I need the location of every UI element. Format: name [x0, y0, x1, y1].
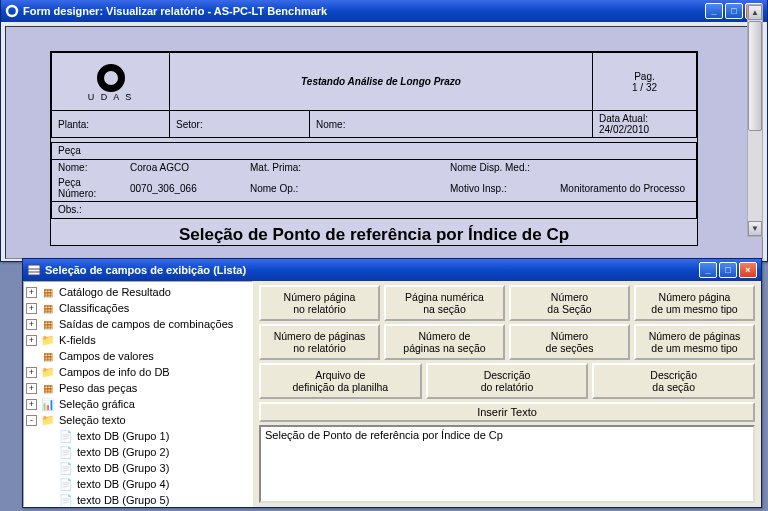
grid-icon	[40, 349, 56, 363]
selection-title: Seleção de Ponto de referência por Índic…	[51, 225, 697, 245]
vertical-scrollbar[interactable]: ▲ ▼	[747, 4, 763, 237]
logo-text: U D A S	[58, 92, 163, 102]
expand-icon[interactable]: +	[26, 367, 37, 378]
tree-item-label: texto DB (Grupo 2)	[77, 446, 169, 458]
grid-icon	[40, 285, 56, 299]
expand-icon[interactable]: +	[26, 303, 37, 314]
btn-pages-count-report[interactable]: Número de páginasno relatório	[259, 324, 380, 360]
tree-item-label: Seleção texto	[59, 414, 126, 426]
peca-op-label: Nome Op.:	[244, 175, 344, 202]
peca-header: Peça	[52, 143, 696, 159]
chart-icon	[40, 397, 56, 411]
scroll-thumb[interactable]	[748, 21, 762, 131]
peca-mat-label: Mat. Prima:	[244, 159, 344, 175]
fields-window-title: Seleção de campos de exibição (Lista)	[45, 264, 699, 276]
doc-icon	[58, 429, 74, 443]
tree-item[interactable]: +K-fields	[24, 332, 252, 348]
folder-icon	[40, 333, 56, 347]
logo-icon	[97, 64, 125, 92]
tree-item[interactable]: texto DB (Grupo 1)	[24, 428, 252, 444]
tree-item[interactable]: +Catálogo de Resultado	[24, 284, 252, 300]
tree-item-label: Peso das peças	[59, 382, 137, 394]
fields-window-icon	[27, 263, 41, 277]
btn-pages-count-section[interactable]: Número depáginas na seção	[384, 324, 505, 360]
expand-icon[interactable]: +	[26, 319, 37, 330]
expand-icon[interactable]: +	[26, 383, 37, 394]
form-designer-window: Form designer: Visualizar relatório - AS…	[0, 0, 768, 262]
tree-item-label: texto DB (Grupo 3)	[77, 462, 169, 474]
doc-icon	[58, 493, 74, 507]
close-button[interactable]: ×	[739, 262, 757, 278]
peca-num-value: 0070_306_066	[124, 175, 244, 202]
tree-item-label: Seleção gráfica	[59, 398, 135, 410]
expand-icon[interactable]: +	[26, 287, 37, 298]
maximize-button[interactable]: □	[719, 262, 737, 278]
btn-report-description[interactable]: Descriçãodo relatório	[426, 363, 589, 399]
grid-icon	[40, 301, 56, 315]
btn-sheet-def-file[interactable]: Arquivo dedefinição da planilha	[259, 363, 422, 399]
btn-section-description[interactable]: Descriçãoda seção	[592, 363, 755, 399]
app-icon	[5, 4, 19, 18]
tree-item[interactable]: texto DB (Grupo 5)	[24, 492, 252, 507]
tree-item-label: texto DB (Grupo 5)	[77, 494, 169, 506]
minimize-button[interactable]: _	[705, 3, 723, 19]
peca-nome-value: Coroa AGCO	[124, 159, 244, 175]
peca-num-label: Peça Número:	[52, 175, 124, 202]
data-value: 24/02/2010	[599, 124, 649, 135]
tree-item-label: texto DB (Grupo 4)	[77, 478, 169, 490]
grid-icon	[40, 381, 56, 395]
tree-item[interactable]: Campos de valores	[24, 348, 252, 364]
right-pane: Número páginano relatório Página numéric…	[253, 281, 761, 507]
tree-item[interactable]: texto DB (Grupo 3)	[24, 460, 252, 476]
tree-item[interactable]: -Seleção texto	[24, 412, 252, 428]
btn-page-num-report[interactable]: Número páginano relatório	[259, 285, 380, 321]
peca-disp-label: Nome Disp. Med.:	[444, 159, 554, 175]
tree-item[interactable]: texto DB (Grupo 4)	[24, 476, 252, 492]
btn-pages-count-sametype[interactable]: Número de páginasde um mesmo tipo	[634, 324, 755, 360]
scroll-up-icon[interactable]: ▲	[748, 5, 762, 20]
tree-item[interactable]: +Seleção gráfica	[24, 396, 252, 412]
btn-page-numeric-section[interactable]: Página numéricana seção	[384, 285, 505, 321]
logo-cell: U D A S	[52, 53, 170, 111]
peca-motivo-label: Motivo Insp.:	[444, 175, 554, 202]
main-titlebar[interactable]: Form designer: Visualizar relatório - AS…	[1, 0, 767, 22]
expand-icon[interactable]: +	[26, 399, 37, 410]
tree-item-label: K-fields	[59, 334, 96, 346]
tree-item[interactable]: +Campos de info do DB	[24, 364, 252, 380]
tree-item[interactable]: texto DB (Grupo 2)	[24, 444, 252, 460]
planta-label: Planta:	[52, 111, 170, 138]
expand-icon[interactable]: +	[26, 335, 37, 346]
svg-point-0	[7, 6, 17, 16]
fields-titlebar[interactable]: Seleção de campos de exibição (Lista) _ …	[23, 259, 761, 281]
collapse-icon[interactable]: -	[26, 415, 37, 426]
tree-item-label: Classificações	[59, 302, 129, 314]
insert-text-button[interactable]: Inserir Texto	[259, 402, 755, 422]
peca-box: Peça Nome: Coroa AGCO Mat. Prima: Nome D…	[51, 142, 697, 219]
peca-obs-label: Obs.:	[52, 202, 696, 218]
tree-item-label: Campos de valores	[59, 350, 154, 362]
folder-icon	[40, 365, 56, 379]
maximize-button[interactable]: □	[725, 3, 743, 19]
tree-item-label: Saídas de campos de combinações	[59, 318, 233, 330]
btn-sections-count[interactable]: Númerode seções	[509, 324, 630, 360]
tree-item[interactable]: +Peso das peças	[24, 380, 252, 396]
btn-page-num-sametype[interactable]: Número páginade um mesmo tipo	[634, 285, 755, 321]
designer-canvas[interactable]: U D A S Testando Análise de Longo Prazo …	[5, 26, 763, 259]
minimize-button[interactable]: _	[699, 262, 717, 278]
doc-icon	[58, 477, 74, 491]
fields-tree[interactable]: +Catálogo de Resultado+Classificações+Sa…	[23, 281, 253, 507]
setor-label: Setor:	[170, 111, 310, 138]
text-input-area[interactable]: Seleção de Ponto de referência por Índic…	[259, 425, 755, 503]
nome-label: Nome:	[310, 111, 593, 138]
tree-item[interactable]: +Classificações	[24, 300, 252, 316]
tree-item-label: Catálogo de Resultado	[59, 286, 171, 298]
main-window-title: Form designer: Visualizar relatório - AS…	[23, 5, 705, 17]
folder-icon	[40, 413, 56, 427]
tree-item[interactable]: +Saídas de campos de combinações	[24, 316, 252, 332]
peca-nome-label: Nome:	[52, 159, 124, 175]
btn-section-num[interactable]: Númeroda Seção	[509, 285, 630, 321]
scroll-down-icon[interactable]: ▼	[748, 221, 762, 236]
doc-icon	[58, 445, 74, 459]
doc-icon	[58, 461, 74, 475]
svg-rect-1	[28, 265, 40, 275]
